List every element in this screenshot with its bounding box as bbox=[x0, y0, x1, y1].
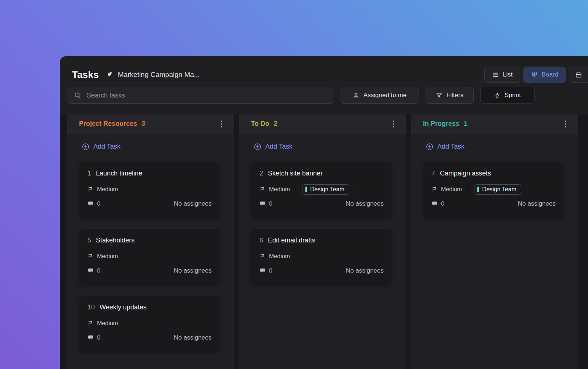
ellipsis-icon bbox=[564, 120, 566, 128]
column-body: Add Task 1 Launch timeline Medium bbox=[67, 134, 234, 369]
task-card[interactable]: 1 Launch timeline Medium bbox=[79, 162, 219, 217]
meta-divider bbox=[468, 186, 468, 193]
card-footer-row: 0 No assignees bbox=[431, 200, 556, 207]
sprint-button[interactable]: Sprint bbox=[480, 87, 535, 104]
add-task-button[interactable]: Add Task bbox=[252, 142, 295, 151]
calendar-view-button[interactable] bbox=[569, 67, 588, 83]
priority-label: Medium bbox=[97, 186, 118, 193]
meta-divider bbox=[355, 186, 355, 193]
column-title: In Progress bbox=[423, 120, 459, 128]
comment-count: 0 bbox=[97, 267, 100, 274]
assignees-label: No assignees bbox=[346, 267, 384, 274]
add-task-label: Add Task bbox=[437, 143, 465, 150]
assigned-to-me-button[interactable]: Assigned to me bbox=[340, 87, 419, 104]
ellipsis-icon bbox=[220, 120, 222, 128]
assignees-label: No assignees bbox=[174, 200, 212, 207]
card-footer-row: 0 No assignees bbox=[259, 267, 384, 274]
comment-icon bbox=[87, 201, 94, 207]
board-icon bbox=[531, 71, 538, 78]
column-header: To Do 2 bbox=[239, 114, 406, 134]
flag-icon bbox=[259, 186, 266, 192]
search-input[interactable] bbox=[86, 91, 327, 100]
filters-button[interactable]: Filters bbox=[426, 87, 474, 104]
board-view-label: Board bbox=[542, 71, 558, 78]
task-title: Weekly updates bbox=[100, 304, 147, 311]
project-name: Marketing Campaign Ma... bbox=[118, 71, 200, 79]
assignees-label: No assignees bbox=[174, 267, 212, 274]
task-title: Edit email drafts bbox=[268, 237, 315, 244]
task-title: Stakeholders bbox=[96, 237, 135, 244]
task-title: Campaign assets bbox=[440, 170, 491, 177]
assignees-label: No assignees bbox=[174, 334, 212, 341]
meta-divider bbox=[296, 186, 296, 193]
plus-circle-icon bbox=[82, 143, 89, 150]
column-menu-button[interactable] bbox=[563, 118, 568, 130]
tag-label: Design Team bbox=[310, 186, 344, 193]
page-title: Tasks bbox=[72, 69, 99, 81]
board-view-button[interactable]: Board bbox=[523, 67, 566, 83]
tag-design-team[interactable]: Design Team bbox=[302, 184, 349, 195]
card-footer-row: 0 No assignees bbox=[87, 334, 212, 341]
toolbar: Assigned to me Filters Sprint bbox=[60, 84, 588, 104]
column-title: To Do bbox=[251, 120, 269, 128]
priority-label: Medium bbox=[269, 186, 290, 193]
add-task-label: Add Task bbox=[265, 143, 293, 150]
task-id: 5 bbox=[87, 237, 91, 244]
task-card[interactable]: 7 Campaign assets Medium Design Team bbox=[423, 162, 563, 217]
task-id: 7 bbox=[431, 170, 435, 177]
comment-count: 0 bbox=[97, 201, 100, 207]
comment-icon bbox=[259, 201, 266, 207]
card-title-row: 1 Launch timeline bbox=[87, 170, 212, 177]
assignees-label: No assignees bbox=[518, 200, 556, 207]
column-count: 1 bbox=[464, 120, 467, 128]
card-meta-row: Medium bbox=[87, 251, 212, 262]
card-title-row: 5 Stakeholders bbox=[87, 237, 212, 244]
column-menu-button[interactable] bbox=[219, 118, 224, 130]
flag-icon bbox=[259, 253, 266, 259]
task-card[interactable]: 5 Stakeholders Medium bbox=[79, 228, 219, 284]
add-task-button[interactable]: Add Task bbox=[80, 142, 123, 151]
flag-icon bbox=[87, 253, 94, 259]
meta-divider bbox=[527, 186, 527, 193]
comment-count: 0 bbox=[269, 201, 272, 207]
card-title-row: 7 Campaign assets bbox=[431, 170, 556, 177]
list-icon bbox=[492, 71, 499, 78]
column-body: Add Task 2 Sketch site banner Medium bbox=[239, 134, 406, 369]
assignees-label: No assignees bbox=[346, 200, 384, 207]
calendar-icon bbox=[575, 71, 582, 78]
task-id: 2 bbox=[259, 170, 263, 177]
task-id: 1 bbox=[87, 170, 91, 177]
add-task-button[interactable]: Add Task bbox=[424, 142, 467, 151]
card-footer-row: 0 No assignees bbox=[87, 267, 212, 274]
card-title-row: 2 Sketch site banner bbox=[259, 170, 384, 177]
card-meta-row: Medium bbox=[87, 318, 212, 329]
rocket-icon bbox=[105, 70, 114, 79]
task-card[interactable]: 10 Weekly updates Medium bbox=[79, 295, 219, 351]
column-menu-button[interactable] bbox=[391, 118, 396, 130]
card-footer-row: 0 No assignees bbox=[87, 200, 212, 207]
card-meta-row: Medium bbox=[259, 251, 384, 262]
filter-icon bbox=[436, 92, 442, 99]
task-id: 10 bbox=[87, 304, 95, 311]
list-view-button[interactable]: List bbox=[484, 67, 520, 83]
column-header: Project Resources 3 bbox=[67, 114, 234, 134]
task-title: Sketch site banner bbox=[268, 170, 323, 177]
card-meta-row: Medium bbox=[87, 184, 212, 195]
flag-icon bbox=[87, 186, 94, 192]
comment-icon bbox=[87, 267, 94, 274]
task-card[interactable]: 2 Sketch site banner Medium Design T bbox=[251, 162, 391, 217]
comment-count: 0 bbox=[97, 334, 100, 341]
plus-circle-icon bbox=[426, 143, 433, 150]
card-meta-row: Medium Design Team bbox=[431, 184, 556, 195]
column-project-resources: Project Resources 3 Add Task bbox=[67, 114, 234, 369]
task-card[interactable]: 6 Edit email drafts Medium bbox=[251, 228, 391, 284]
column-count: 2 bbox=[274, 120, 277, 128]
task-title: Launch timeline bbox=[96, 170, 142, 177]
comment-count: 0 bbox=[441, 201, 444, 207]
priority-label: Medium bbox=[97, 320, 118, 327]
priority-label: Medium bbox=[97, 253, 118, 260]
comment-count: 0 bbox=[269, 267, 272, 274]
column-to-do: To Do 2 Add Task bbox=[239, 114, 406, 369]
comment-icon bbox=[87, 334, 94, 341]
tag-design-team[interactable]: Design Team bbox=[474, 184, 521, 195]
